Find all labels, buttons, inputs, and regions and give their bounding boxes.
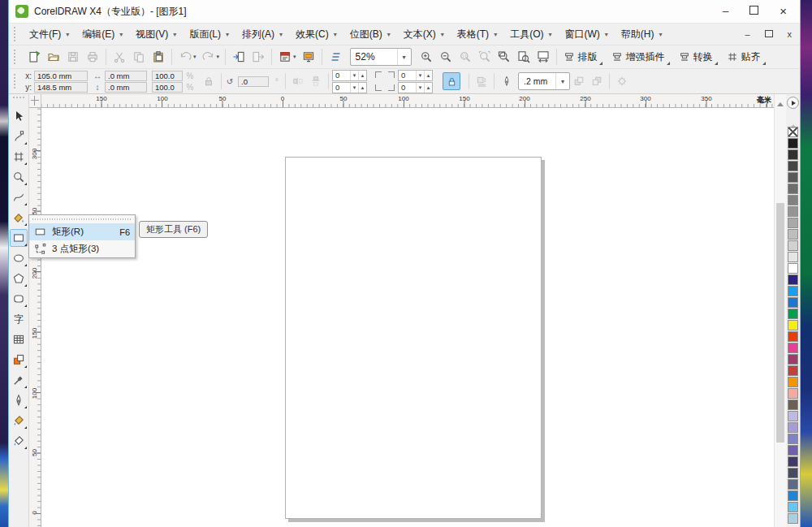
color-swatch[interactable] xyxy=(788,240,798,251)
color-swatch[interactable] xyxy=(788,377,798,387)
palette-flyout-button[interactable] xyxy=(787,97,799,109)
palette-scroll-up-button[interactable] xyxy=(790,110,797,125)
corner-radius-tr-stepper[interactable]: 0 ▼▲ xyxy=(398,70,433,81)
color-swatch[interactable] xyxy=(788,218,798,228)
color-swatch[interactable] xyxy=(788,172,798,183)
color-swatch[interactable] xyxy=(788,229,798,240)
color-swatch[interactable] xyxy=(788,320,798,330)
chevron-down-icon[interactable]: ▾ xyxy=(555,73,569,89)
menu-item-1[interactable]: 文件(F)▾ xyxy=(24,25,74,44)
paste-button[interactable] xyxy=(149,47,168,67)
color-swatch[interactable] xyxy=(788,206,798,217)
flyout-item-1[interactable]: 矩形(R)F6 xyxy=(29,223,135,240)
scroll-up-button[interactable] xyxy=(775,99,786,109)
color-swatch[interactable] xyxy=(788,263,798,274)
scrollbar-thumb[interactable] xyxy=(776,203,784,443)
outline-width-select[interactable]: .2 mm ▾ xyxy=(518,72,570,90)
zoom-to-all-button[interactable] xyxy=(495,47,514,67)
maximize-button[interactable] xyxy=(749,5,758,18)
x-position-field[interactable]: 105.0 mm xyxy=(34,71,88,81)
crop-tool[interactable] xyxy=(10,148,28,166)
menu-item-7[interactable]: 位图(B)▾ xyxy=(345,25,395,44)
close-button[interactable]: × xyxy=(780,5,787,18)
rectangle-tool[interactable] xyxy=(10,229,28,247)
options-button[interactable] xyxy=(326,47,345,67)
stepper-up-icon[interactable]: ▲ xyxy=(358,83,366,93)
ruler-origin[interactable] xyxy=(29,94,41,107)
color-swatch[interactable] xyxy=(788,309,798,319)
color-swatch[interactable] xyxy=(788,331,798,342)
outline-pen-tool[interactable] xyxy=(10,391,28,409)
eyedropper-tool[interactable] xyxy=(10,371,28,389)
stepper-up-icon[interactable]: ▲ xyxy=(424,71,432,80)
vertical-scrollbar[interactable] xyxy=(774,94,786,527)
new-document-button[interactable] xyxy=(24,47,44,67)
round-corners-together-toggle[interactable] xyxy=(443,72,460,90)
color-swatch[interactable] xyxy=(788,490,798,501)
scale-h-field[interactable]: 100.0 xyxy=(152,71,183,81)
chevron-down-icon[interactable]: ▾ xyxy=(397,49,411,65)
color-swatch[interactable] xyxy=(788,149,798,160)
menu-item-9[interactable]: 表格(T)▾ xyxy=(452,25,502,44)
menu-item-10[interactable]: 工具(O)▾ xyxy=(505,25,556,44)
color-swatch[interactable] xyxy=(788,388,798,399)
color-swatch[interactable] xyxy=(788,400,798,410)
vertical-ruler[interactable]: 300250200150100500 xyxy=(29,108,41,527)
zoom-to-width-button[interactable] xyxy=(533,47,553,67)
zoom-tool[interactable] xyxy=(10,168,28,186)
application-launcher-button[interactable] xyxy=(275,47,295,67)
stepper-down-icon[interactable]: ▼ xyxy=(416,83,424,93)
welcome-screen-button[interactable] xyxy=(299,47,318,67)
corner-radius-bl-stepper[interactable]: 0 ▼▲ xyxy=(332,82,367,93)
interactive-blend-tool[interactable] xyxy=(10,351,28,369)
ellipse-tool[interactable] xyxy=(10,249,28,267)
open-button[interactable] xyxy=(44,47,63,67)
color-swatch[interactable] xyxy=(788,274,798,285)
color-swatch[interactable] xyxy=(788,286,798,296)
toolbar-button-2[interactable]: 增强插件 xyxy=(608,49,671,66)
polygon-tool[interactable] xyxy=(10,270,28,287)
color-swatch[interactable] xyxy=(788,354,798,365)
fill-tool[interactable] xyxy=(10,412,28,430)
menu-item-8[interactable]: 文本(X)▾ xyxy=(399,25,449,44)
color-swatch[interactable] xyxy=(788,422,798,433)
color-swatch[interactable] xyxy=(788,365,798,376)
menubar-drag-handle[interactable] xyxy=(14,27,21,41)
basic-shapes-tool[interactable] xyxy=(10,290,28,308)
import-button[interactable] xyxy=(229,47,248,67)
color-swatch[interactable] xyxy=(788,161,798,171)
color-swatch[interactable] xyxy=(788,445,798,456)
toolbar-button-4[interactable]: 贴齐 xyxy=(723,49,767,66)
flyout-drag-handle[interactable] xyxy=(32,217,132,222)
zoom-level-select[interactable]: 52% ▾ xyxy=(350,48,412,66)
color-swatch[interactable] xyxy=(788,297,798,308)
scale-v-field[interactable]: 100.0 xyxy=(152,82,183,93)
document-page[interactable] xyxy=(285,157,542,519)
color-swatch[interactable] xyxy=(788,434,798,444)
smart-fill-tool[interactable] xyxy=(10,209,28,227)
document-restore-button[interactable] xyxy=(765,29,773,39)
color-swatch[interactable] xyxy=(788,479,798,490)
table-tool[interactable] xyxy=(10,330,28,348)
zoom-in-button[interactable] xyxy=(417,47,436,67)
freehand-tool[interactable] xyxy=(10,188,28,206)
stepper-down-icon[interactable]: ▼ xyxy=(350,71,358,80)
zoom-out-button[interactable] xyxy=(436,47,456,67)
object-width-field[interactable]: .0 mm xyxy=(105,71,147,81)
color-swatch[interactable] xyxy=(788,468,798,478)
menu-item-3[interactable]: 视图(V)▾ xyxy=(131,25,181,44)
document-minimize-button[interactable]: – xyxy=(745,29,749,39)
y-position-field[interactable]: 148.5 mm xyxy=(34,82,88,93)
menu-item-6[interactable]: 效果(C)▾ xyxy=(291,25,342,44)
zoom-to-page-button[interactable] xyxy=(514,47,533,67)
menu-item-5[interactable]: 排列(A)▾ xyxy=(237,25,287,44)
stepper-down-icon[interactable]: ▼ xyxy=(350,83,358,93)
toolbox-drag-handle[interactable] xyxy=(13,97,24,102)
document-close-button[interactable]: x xyxy=(788,29,793,39)
color-swatch[interactable] xyxy=(788,138,798,149)
toolbar-button-3[interactable]: 转换 xyxy=(676,49,719,66)
pick-tool[interactable] xyxy=(10,107,28,125)
interactive-fill-tool[interactable] xyxy=(10,432,28,450)
color-swatch[interactable] xyxy=(788,411,798,421)
text-tool[interactable]: 字 xyxy=(10,310,28,328)
